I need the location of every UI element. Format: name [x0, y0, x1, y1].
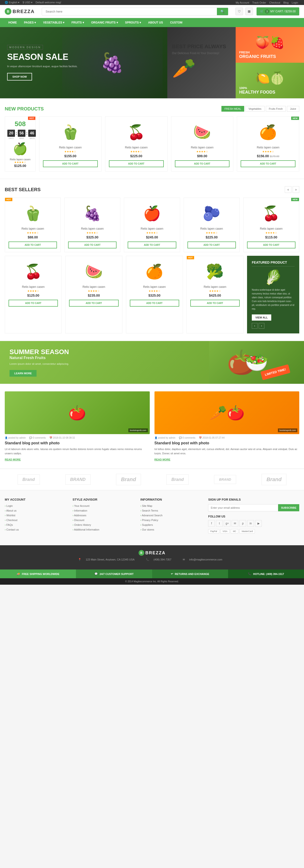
social-youtube[interactable]: ▶ — [255, 520, 262, 527]
nav-organic-link[interactable]: ORGANIC FRUITS — [88, 18, 122, 27]
new-product-4-add-to-cart[interactable]: ADD TO CART — [241, 160, 296, 167]
bs-product-7-add-to-cart[interactable]: ADD TO CART — [69, 300, 119, 307]
currency-selector[interactable]: $ USD ▾ — [23, 1, 32, 4]
featured-next-button[interactable]: › — [259, 323, 264, 329]
blog-post-2-read-more[interactable]: READ MORE — [155, 458, 170, 461]
best-sellers-next[interactable]: › — [293, 186, 299, 193]
blog-post-2-comments: 💬 0 comments — [179, 436, 195, 439]
logo[interactable]: B BREZZA — [5, 8, 35, 15]
nav-pages[interactable]: PAGES — [21, 18, 39, 27]
wishlist-icon[interactable]: ♡ — [235, 8, 243, 15]
footer-style-discount[interactable]: Discount — [73, 519, 85, 522]
new-product-3-add-to-cart[interactable]: ADD TO CART — [175, 160, 230, 167]
bs-product-4-add-to-cart[interactable]: ADD TO CART — [188, 242, 236, 248]
brand-4: Brand — [166, 474, 189, 485]
checkout-link[interactable]: Checkout — [269, 1, 280, 4]
returns-button[interactable]: ↩ RETURNS AND EXCHANGE — [152, 569, 228, 578]
blog-post-1-author: 👤 posted by admin — [5, 436, 26, 439]
nav-vegetables[interactable]: VEGETABLES — [39, 18, 68, 27]
brand-3: Brand — [116, 474, 141, 485]
footer-style-information[interactable]: Information — [73, 509, 87, 512]
search-button[interactable]: 🔍 — [217, 8, 228, 15]
featured-view-all-button[interactable]: VIEW ALL — [252, 314, 271, 320]
footer-my-account-contact[interactable]: Contact us — [5, 528, 19, 531]
footer-info-privacy[interactable]: Privacy Policy — [140, 519, 158, 522]
email-signup-input[interactable] — [208, 504, 278, 511]
nav-custom[interactable]: CUSTOM — [167, 18, 186, 27]
filter-vegetables[interactable]: Vegetables — [245, 106, 264, 112]
email-signup-form: SUBSCRIBE — [208, 504, 299, 511]
nav-fruits[interactable]: FRUITS — [68, 18, 88, 27]
nav-vegetables-link[interactable]: VEGETABLES — [39, 18, 68, 27]
filter-fruits-fresh[interactable]: Fruits Fresh — [266, 106, 286, 112]
footer-address: 📍 123 Main Street, Anytown, CA 12345 USA… — [5, 558, 299, 561]
hero-main: 🍇 MODERN DESIGN SEASON SALE In veque ull… — [0, 27, 167, 98]
social-pinterest[interactable]: p — [239, 520, 246, 527]
footer-info-search[interactable]: Search Terms — [140, 509, 158, 512]
new-product-2-add-to-cart[interactable]: ADD TO CART — [109, 160, 164, 167]
bs-product-9-add-to-cart[interactable]: ADD TO CART — [190, 300, 240, 307]
bs-product-4-image: 🫐 — [188, 202, 236, 225]
bs-product-6-add-to-cart[interactable]: ADD TO CART — [8, 300, 58, 307]
subscribe-button[interactable]: SUBSCRIBE — [278, 504, 299, 511]
filter-juice[interactable]: Juice — [287, 106, 299, 112]
nav-about-link[interactable]: ABOUT US — [144, 18, 167, 27]
compare-icon[interactable]: ⊞ — [245, 8, 253, 15]
bs-product-1-add-to-cart[interactable]: ADD TO CART — [8, 242, 57, 248]
bs-product-8-add-to-cart[interactable]: ADD TO CART — [130, 300, 179, 307]
learn-more-button[interactable]: LEARN MORE — [9, 370, 37, 377]
bs-product-5-add-to-cart[interactable]: ADD TO CART — [247, 242, 296, 248]
nav-about[interactable]: ABOUT US — [144, 18, 167, 27]
footer-style-orders[interactable]: Orders History — [73, 523, 91, 526]
search-input[interactable] — [42, 8, 217, 15]
footer-style-your-account[interactable]: Your Account — [73, 504, 90, 507]
footer-info-stores[interactable]: Our stores — [140, 528, 154, 531]
bs-product-2-add-to-cart[interactable]: ADD TO CART — [68, 242, 116, 248]
bs-product-3-add-to-cart[interactable]: ADD TO CART — [128, 242, 176, 248]
filter-fresh-meal[interactable]: FRESH MEAL — [222, 106, 244, 112]
nav-home[interactable]: HOME — [5, 18, 21, 27]
my-account-link[interactable]: My Account — [236, 1, 249, 4]
blog-link[interactable]: Blog — [283, 1, 289, 4]
footer-info-advanced-search[interactable]: Advanced Search — [140, 514, 163, 517]
footer-style-additional[interactable]: Additional Information — [73, 528, 99, 531]
nav-home-link[interactable]: HOME — [5, 18, 21, 27]
footer-my-account-about[interactable]: About us — [5, 509, 16, 512]
new-product-1-add-to-cart[interactable]: ADD TO CART — [43, 160, 98, 167]
social-linkedin[interactable]: in — [247, 520, 254, 527]
customer-support-button[interactable]: 💬 24/7 CUSTOMER SUPPORT — [76, 569, 152, 578]
nav-sprouts[interactable]: SPROUTS — [122, 18, 144, 27]
footer-info-suppliers[interactable]: Suppliers — [140, 523, 153, 526]
social-facebook[interactable]: f — [208, 520, 215, 527]
best-sellers-prev[interactable]: ‹ — [285, 186, 292, 193]
footer-my-account-wishlist[interactable]: Wishlist — [5, 514, 15, 517]
cart-button[interactable]: 🛒 3 MY CART / $259.00 — [257, 7, 299, 16]
shop-now-button[interactable]: SHOP NOW — [7, 73, 32, 81]
social-google[interactable]: g+ — [224, 520, 230, 527]
footer-my-account-checkout[interactable]: Checkout — [5, 519, 17, 522]
footer-my-account-faqs[interactable]: FAQs — [5, 523, 13, 526]
timer-days-label: DAYS — [8, 137, 13, 140]
footer-style-addresses[interactable]: Addresses — [73, 514, 87, 517]
best-sellers-row1: HOT 🫑 Retis lapen casen ★★★★☆ $88.00 ADD… — [5, 197, 299, 252]
nav-fruits-link[interactable]: FRUITS — [68, 18, 88, 27]
hotline-button[interactable]: 📞 HOTLINE: (408) 394-1517 — [228, 569, 304, 578]
featured-prev-button[interactable]: ‹ — [252, 323, 258, 329]
social-twitter[interactable]: t — [216, 520, 223, 527]
top-bar-right: My Account Track Order Checkout Blog Log… — [234, 1, 299, 4]
new-title-products: PRODUCTS — [17, 106, 44, 112]
nav-pages-link[interactable]: PAGES — [21, 18, 39, 27]
login-link[interactable]: Login — [292, 1, 298, 4]
track-order-link[interactable]: Track Order — [252, 1, 266, 4]
footer-info-sitemap[interactable]: Site Map — [140, 504, 153, 507]
free-shipping-button[interactable]: 🚚 FREE SHIPPING WORLDWIDE — [0, 569, 76, 578]
brand-1: Brand — [18, 474, 40, 485]
nav-sprouts-link[interactable]: SPROUTS — [122, 18, 144, 27]
blog-post-1-read-more[interactable]: READ MORE — [5, 458, 21, 461]
language-selector[interactable]: 🌐 English ▾ — [5, 1, 20, 4]
payment-mastercard: MasterCard — [239, 529, 255, 533]
social-email[interactable]: ✉ — [232, 520, 238, 527]
footer-my-account-login[interactable]: Login — [5, 504, 13, 507]
nav-custom-link[interactable]: CUSTOM — [167, 18, 186, 27]
nav-organic[interactable]: ORGANIC FRUITS — [88, 18, 122, 27]
